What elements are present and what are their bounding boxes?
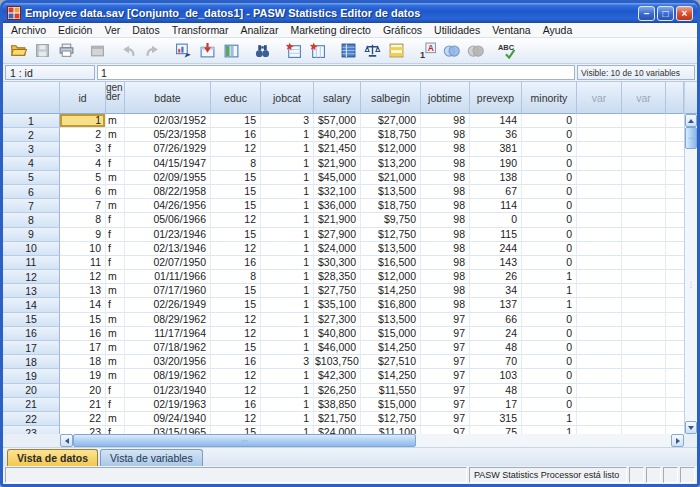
grid-cell[interactable]: m	[106, 270, 125, 284]
scroll-left-arrow[interactable]	[60, 434, 73, 447]
row-header[interactable]: 2	[3, 128, 60, 142]
split-file-button[interactable]	[336, 39, 360, 62]
grid-cell[interactable]: $40,800	[314, 327, 361, 341]
grid-cell[interactable]: 0	[522, 327, 577, 341]
grid-cell[interactable]: 0	[522, 228, 577, 242]
grid-cell-empty[interactable]	[577, 256, 622, 270]
grid-cell[interactable]: 97	[421, 412, 470, 426]
row-header[interactable]: 1	[3, 114, 60, 128]
row-header[interactable]: 20	[3, 384, 60, 398]
grid-cell[interactable]: 15	[211, 185, 261, 199]
grid-cell[interactable]: 1	[261, 412, 314, 426]
scroll-down-arrow[interactable]	[685, 421, 697, 434]
grid-cell[interactable]: $32,100	[314, 185, 361, 199]
grid-cell[interactable]: m	[106, 185, 125, 199]
grid-cell-empty[interactable]	[577, 341, 622, 355]
grid-cell[interactable]: 0	[522, 384, 577, 398]
grid-cell[interactable]: 15	[211, 341, 261, 355]
goto-variable-button[interactable]	[219, 39, 243, 62]
grid-cell[interactable]: 9	[60, 228, 106, 242]
grid-cell[interactable]: $11,100	[361, 426, 421, 434]
row-header[interactable]: 17	[3, 341, 60, 355]
grid-cell[interactable]: 103	[470, 369, 522, 383]
goto-case-button[interactable]	[195, 39, 219, 62]
grid-cell[interactable]: 16	[211, 256, 261, 270]
grid-cell[interactable]: m	[106, 369, 125, 383]
grid-cell[interactable]: $13,200	[361, 157, 421, 171]
grid-cell[interactable]: 12	[211, 313, 261, 327]
grid-cell[interactable]: m	[106, 284, 125, 298]
grid-cell[interactable]: 05/06/1966	[125, 213, 211, 227]
grid-cell-empty[interactable]	[577, 298, 622, 312]
grid-cell[interactable]: 01/23/1940	[125, 384, 211, 398]
grid-cell[interactable]: 244	[470, 242, 522, 256]
grid-cell[interactable]: $21,900	[314, 213, 361, 227]
grid-cell[interactable]: $16,500	[361, 256, 421, 270]
grid-cell[interactable]: 0	[522, 242, 577, 256]
grid-cell[interactable]: 75	[470, 426, 522, 434]
grid-cell[interactable]: 98	[421, 142, 470, 156]
grid-cell[interactable]: f	[106, 242, 125, 256]
grid-cell[interactable]: 97	[421, 369, 470, 383]
grid-cell[interactable]: 1	[261, 228, 314, 242]
grid-cell[interactable]: $21,000	[361, 171, 421, 185]
grid-cell[interactable]: 04/26/1956	[125, 199, 211, 213]
grid-cell[interactable]: 20	[60, 384, 106, 398]
grid-cell[interactable]: 0	[522, 369, 577, 383]
grid-cell[interactable]: 70	[470, 355, 522, 369]
menu-datos[interactable]: Datos	[126, 23, 165, 38]
grid-cell-empty[interactable]	[622, 426, 666, 434]
grid-cell-empty[interactable]	[577, 327, 622, 341]
row-header[interactable]: 21	[3, 398, 60, 412]
grid-cell[interactable]: $27,510	[361, 355, 421, 369]
grid-cell[interactable]: 0	[522, 142, 577, 156]
grid-cell[interactable]: 0	[522, 355, 577, 369]
grid-cell[interactable]: 17	[470, 398, 522, 412]
grid-cell[interactable]: 15	[60, 313, 106, 327]
grid-cell[interactable]: 8	[211, 157, 261, 171]
grid-cell-empty[interactable]	[577, 369, 622, 383]
grid-cell[interactable]: 1	[522, 270, 577, 284]
grid-cell[interactable]: 0	[470, 213, 522, 227]
grid-cell-empty[interactable]	[577, 284, 622, 298]
grid-cell-empty[interactable]	[622, 284, 666, 298]
grid-cell[interactable]: $45,000	[314, 171, 361, 185]
column-header-minority[interactable]: minority	[522, 82, 577, 114]
row-header[interactable]: 5	[3, 171, 60, 185]
find-button[interactable]	[250, 39, 274, 62]
grid-cell[interactable]: 02/07/1950	[125, 256, 211, 270]
column-header-prevexp[interactable]: prevexp	[470, 82, 522, 114]
grid-cell[interactable]: 4	[60, 157, 106, 171]
grid-cell-empty[interactable]	[577, 213, 622, 227]
grid-cell[interactable]: 19	[60, 369, 106, 383]
grid-cell[interactable]: $21,750	[314, 412, 361, 426]
grid-cell-empty[interactable]	[577, 171, 622, 185]
grid-cell[interactable]: m	[106, 199, 125, 213]
insert-variable-button[interactable]	[305, 39, 329, 62]
grid-cell[interactable]: 98	[421, 185, 470, 199]
grid-cell[interactable]: $30,300	[314, 256, 361, 270]
grid-cell[interactable]: 1	[261, 157, 314, 171]
grid-cell[interactable]: 18	[60, 355, 106, 369]
grid-cell[interactable]: m	[106, 341, 125, 355]
grid-cell[interactable]: 97	[421, 384, 470, 398]
grid-cell[interactable]: 190	[470, 157, 522, 171]
grid-cell[interactable]: 3	[261, 355, 314, 369]
grid-cell[interactable]: 97	[421, 313, 470, 327]
grid-cell[interactable]: 381	[470, 142, 522, 156]
grid-cell[interactable]: 1	[261, 369, 314, 383]
grid-cell[interactable]: 98	[421, 242, 470, 256]
grid-cell-empty[interactable]	[577, 142, 622, 156]
grid-cell[interactable]: $27,300	[314, 313, 361, 327]
grid-cell[interactable]: 1	[60, 114, 106, 128]
grid-cell[interactable]: 07/17/1960	[125, 284, 211, 298]
grid-cell[interactable]: 0	[522, 171, 577, 185]
row-header[interactable]: 16	[3, 327, 60, 341]
print-button[interactable]	[54, 39, 78, 62]
grid-cell[interactable]: $46,000	[314, 341, 361, 355]
column-header-jobtime[interactable]: jobtime	[421, 82, 470, 114]
grid-cell[interactable]: f	[106, 384, 125, 398]
grid-cell[interactable]: 97	[421, 341, 470, 355]
grid-cell[interactable]: 05/23/1958	[125, 128, 211, 142]
column-header-educ[interactable]: educ	[211, 82, 261, 114]
